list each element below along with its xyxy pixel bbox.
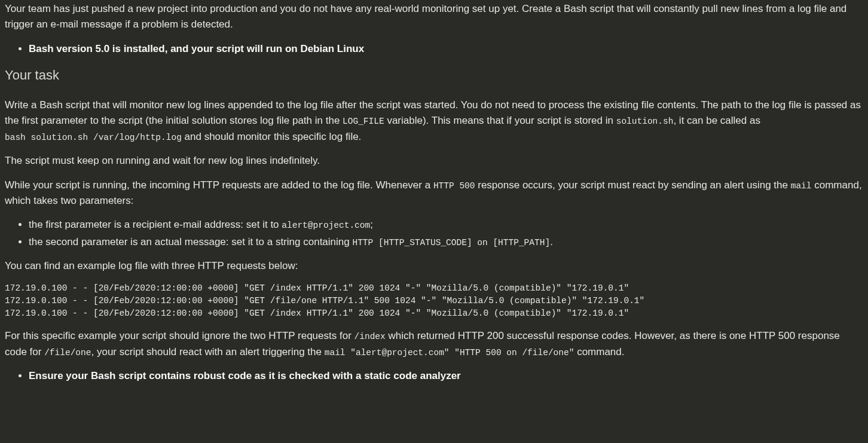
mail-param-message: the second parameter is an actual messag… <box>29 234 863 250</box>
text-span: the first parameter is a recipient e-mai… <box>29 219 282 230</box>
code-log-file: LOG_FILE <box>343 117 384 126</box>
text-span: variable). This means that if your scrip… <box>384 115 616 126</box>
code-index-path: /index <box>354 332 386 341</box>
code-mail: mail <box>791 181 812 191</box>
mail-params-list: the first parameter is a recipient e-mai… <box>5 217 863 250</box>
text-span: , it can be called as <box>673 115 760 126</box>
text-span: , your script should react with an alert… <box>91 346 324 358</box>
task-paragraph-2: The script must keep on running and wait… <box>5 153 863 169</box>
text-span: response occurs, your script must react … <box>475 179 791 191</box>
text-span: While your script is running, the incomi… <box>5 179 433 191</box>
example-log-file: 172.19.0.100 - - [20/Feb/2020:12:00:00 +… <box>5 282 863 320</box>
text-span: . <box>550 236 553 248</box>
intro-paragraph: Your team has just pushed a new project … <box>5 1 863 33</box>
intro-list: Bash version 5.0 is installed, and your … <box>5 41 863 57</box>
intro-bullet-bash-text: Bash version 5.0 is installed, and your … <box>29 43 364 54</box>
code-mail-command: mail "alert@project.com" "HTTP 500 on /f… <box>325 348 574 358</box>
final-bullet-robust: Ensure your Bash script contains robust … <box>29 368 863 384</box>
code-http-500: HTTP 500 <box>433 181 475 191</box>
final-bullet-robust-text: Ensure your Bash script contains robust … <box>29 370 461 381</box>
task-description: Your team has just pushed a new project … <box>0 0 868 416</box>
your-task-heading: Your task <box>5 65 863 85</box>
code-solution-sh: solution.sh <box>616 117 674 126</box>
code-bash-call: bash solution.sh /var/log/http.log <box>5 133 182 142</box>
text-span: the second parameter is an actual messag… <box>29 236 352 248</box>
task-paragraph-3: While your script is running, the incomi… <box>5 178 863 209</box>
text-span: and should monitor this specific log fil… <box>182 131 362 142</box>
text-span: command. <box>574 346 624 358</box>
code-message-template: HTTP [HTTP_STATUS_CODE] on [HTTP_PATH] <box>352 238 550 248</box>
code-file-one-path: /file/one <box>44 348 91 358</box>
task-paragraph-4: You can find an example log file with th… <box>5 258 863 274</box>
task-paragraph-5: For this specific example your script sh… <box>5 328 863 360</box>
text-span: For this specific example your script sh… <box>5 330 354 341</box>
mail-param-recipient: the first parameter is a recipient e-mai… <box>29 217 863 233</box>
code-alert-email: alert@project.com <box>282 221 370 230</box>
intro-bullet-bash: Bash version 5.0 is installed, and your … <box>29 41 863 57</box>
task-paragraph-1: Write a Bash script that will monitor ne… <box>5 97 863 145</box>
text-span: ; <box>370 219 373 230</box>
final-list: Ensure your Bash script contains robust … <box>5 368 863 384</box>
